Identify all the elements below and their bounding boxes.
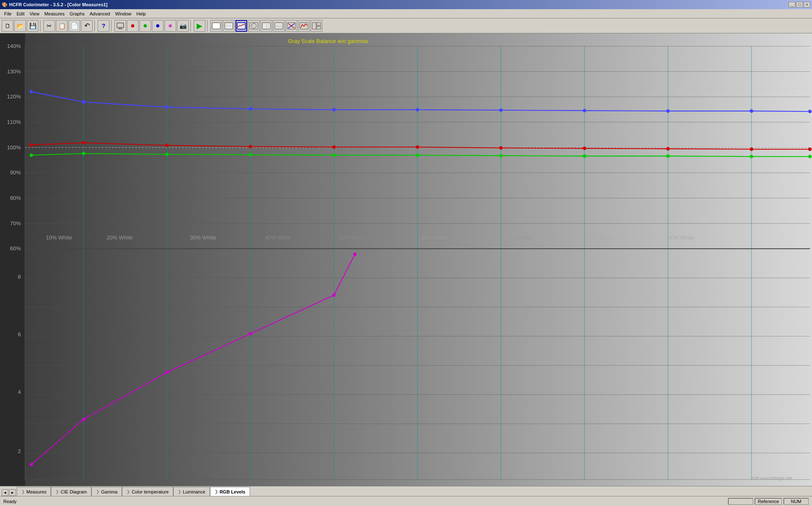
sep2 (94, 20, 96, 32)
svg-point-77 (808, 148, 812, 151)
view-btn-5[interactable] (261, 20, 272, 32)
svg-text:130%: 130% (7, 68, 21, 74)
paste-button[interactable]: 📄 (68, 20, 80, 32)
svg-point-67 (30, 143, 33, 146)
view-btn-4[interactable] (248, 20, 260, 32)
tab-luminance[interactable]: ❯ Luminance (173, 487, 210, 496)
window-controls[interactable]: _ □ × (789, 2, 810, 8)
svg-point-82 (332, 154, 336, 157)
menu-file[interactable]: File (2, 10, 14, 17)
view-btn-2[interactable] (223, 20, 235, 32)
tab-label-measures: Measures (26, 489, 46, 494)
svg-point-78 (30, 154, 33, 157)
tab-gamma[interactable]: ❯ Gamma (91, 487, 122, 496)
menu-window[interactable]: Window (113, 10, 134, 17)
view-btn-8[interactable] (298, 20, 310, 32)
svg-text:60% White: 60% White (422, 485, 448, 486)
maximize-button[interactable]: □ (796, 2, 803, 8)
display-button[interactable] (114, 20, 126, 32)
titlebar: 🎨 HCFR Colorimeter - 3.5.2 - [Color Meas… (0, 0, 812, 9)
svg-point-73 (499, 146, 503, 149)
color-btn-3[interactable]: ● (152, 20, 164, 32)
undo-button[interactable]: ↶ (81, 20, 93, 32)
tab-arrow-2: ❯ (56, 489, 59, 494)
svg-point-71 (332, 145, 336, 149)
color-btn-1[interactable]: ● (127, 20, 139, 32)
svg-text:10% White: 10% White (46, 485, 72, 486)
svg-point-84 (499, 154, 503, 157)
svg-point-76 (750, 148, 753, 151)
svg-point-81 (249, 153, 252, 156)
svg-rect-23 (312, 23, 316, 29)
copy-button[interactable]: 📋 (56, 20, 68, 32)
tab-arrow-3: ❯ (96, 489, 99, 494)
sep4 (190, 20, 192, 32)
svg-text:120%: 120% (7, 93, 21, 100)
svg-point-68 (82, 141, 85, 144)
camera-button[interactable]: 📷 (177, 20, 189, 32)
svg-point-111 (30, 463, 33, 466)
svg-point-113 (165, 370, 169, 374)
tab-arrow-5: ❯ (178, 489, 181, 494)
svg-point-75 (666, 147, 670, 151)
svg-text:30% White: 30% White (190, 234, 216, 240)
svg-text:50% White: 50% White (339, 234, 365, 240)
svg-point-66 (808, 110, 812, 113)
menu-help[interactable]: Help (134, 10, 149, 17)
sep1 (40, 20, 42, 32)
svg-point-112 (82, 418, 85, 421)
status-text: Ready (3, 499, 17, 504)
menu-view[interactable]: View (27, 10, 42, 17)
menu-advanced[interactable]: Advanced (87, 10, 113, 17)
new-button[interactable]: 🗋 (2, 20, 13, 32)
svg-text:20% White: 20% White (106, 485, 133, 486)
sep3 (111, 20, 113, 32)
svg-rect-26 (0, 33, 812, 486)
save-button[interactable]: 💾 (27, 20, 38, 32)
status-panel-reference: Reference (755, 498, 782, 505)
view-btn-9[interactable] (311, 20, 322, 32)
svg-text:90% White: 90% White (668, 234, 694, 240)
tab-measures[interactable]: ❯ Measures (17, 487, 51, 496)
status-panels: Reference NUM (728, 498, 809, 505)
statusbar: Ready Reference NUM (0, 496, 812, 506)
svg-point-64 (666, 109, 670, 113)
tab-label-gamma: Gamma (101, 489, 117, 494)
svg-point-116 (353, 253, 357, 256)
tab-nav-prev[interactable]: ◄ (2, 489, 8, 496)
cut-button[interactable]: ✂ (43, 20, 55, 32)
help-button[interactable]: ? (98, 20, 109, 32)
svg-text:4: 4 (18, 389, 21, 395)
tab-label-cie: CIE Diagram (61, 489, 87, 494)
view-btn-6[interactable] (273, 20, 285, 32)
svg-text:140%: 140% (7, 43, 21, 49)
minimize-button[interactable]: _ (789, 2, 795, 8)
view-btn-3[interactable] (235, 20, 247, 32)
menu-edit[interactable]: Edit (14, 10, 27, 17)
tab-arrow-4: ❯ (126, 489, 130, 494)
open-button[interactable]: 📂 (14, 20, 26, 32)
menu-graphs[interactable]: Graphs (67, 10, 87, 17)
close-button[interactable]: × (804, 2, 810, 8)
color-btn-2[interactable]: ● (139, 20, 151, 32)
menu-measures[interactable]: Measures (42, 10, 67, 17)
play-button[interactable]: ▶ (194, 20, 205, 32)
tab-rgb-levels[interactable]: ❯ RGB Levels (210, 487, 250, 496)
color-btn-4[interactable]: ● (164, 20, 176, 32)
svg-point-74 (583, 147, 586, 150)
svg-rect-14 (263, 23, 266, 28)
svg-text:90% White: 90% White (668, 485, 694, 486)
svg-text:hcfr.sourceforge.net: hcfr.sourceforge.net (751, 475, 792, 480)
svg-point-58 (165, 106, 169, 109)
tab-cie[interactable]: ❯ CIE Diagram (51, 487, 91, 496)
tab-color-temp[interactable]: ❯ Color temperature (122, 487, 173, 496)
svg-text:6: 6 (18, 331, 21, 337)
svg-text:40% White: 40% White (265, 485, 291, 486)
view-btn-1[interactable] (210, 20, 222, 32)
main-area: Gray Scale Balance w/o gammas (0, 33, 812, 486)
svg-text:10% White: 10% White (46, 234, 72, 240)
tab-nav-next[interactable]: ► (9, 489, 16, 496)
svg-rect-18 (276, 26, 282, 28)
svg-text:30% White: 30% White (190, 485, 216, 486)
view-btn-7[interactable] (286, 20, 297, 32)
